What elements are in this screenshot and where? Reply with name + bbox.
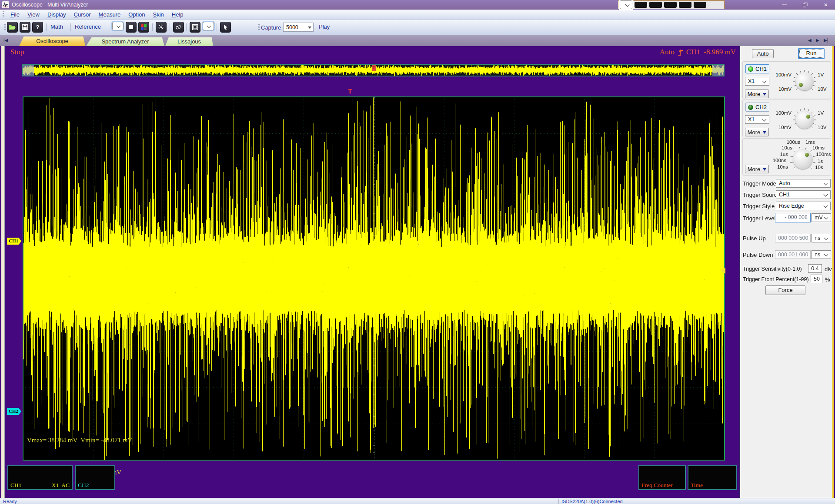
trigger-style-select[interactable]: Rise Edge	[776, 202, 831, 210]
first-tab-icon[interactable]: |◀	[3, 38, 8, 43]
reference-button[interactable]: Reference	[75, 23, 101, 30]
taskbar-thumbnail[interactable]	[620, 0, 632, 9]
tab-spectrum-analyzer[interactable]: Spectrum Analyzer	[86, 37, 164, 46]
trigger-sensitivity-input[interactable]: 0.4	[808, 264, 822, 273]
ch2-level-marker[interactable]: CH2	[7, 408, 21, 415]
preview-trigger-marker[interactable]: T	[372, 65, 376, 71]
trigger-mode-readout: Auto	[660, 48, 675, 56]
ch1-level-marker[interactable]: CH1	[7, 238, 21, 245]
pulse-down-input[interactable]: 000 001 000	[775, 250, 811, 259]
chevron-down-icon	[763, 131, 766, 136]
last-tab-icon[interactable]: ▶|	[824, 38, 828, 43]
chevron-down-icon	[763, 93, 766, 97]
help-icon[interactable]: ?	[32, 22, 43, 33]
menu-display[interactable]: Display	[43, 10, 70, 19]
force-button[interactable]: Force	[765, 285, 805, 295]
taskbar-thumbnail[interactable]	[649, 2, 662, 8]
trigger-source-select[interactable]: CH1	[776, 190, 831, 199]
ch2-volt-knob[interactable]	[796, 111, 813, 129]
menu-cursor[interactable]: Cursor	[70, 10, 95, 19]
run-state-readout: Stop	[10, 48, 24, 56]
trigger-source-label: Trigger Source	[743, 192, 780, 198]
knob-label-100mV: 100mV	[773, 72, 792, 77]
open-file-icon[interactable]	[7, 22, 18, 33]
play-button[interactable]: Play	[319, 23, 330, 30]
split-window-icon[interactable]	[203, 22, 214, 30]
math-button[interactable]: Math	[50, 23, 63, 30]
pulse-up-input[interactable]: 000 000 500	[775, 234, 811, 242]
ch1-volt-knob[interactable]	[796, 73, 813, 90]
ch2-probe-select[interactable]: X1	[745, 115, 769, 124]
time-info-box: Time 5 ms/div 512KB10 MSa/s	[688, 465, 737, 490]
menu-view[interactable]: View	[23, 10, 43, 19]
preview-left-handle[interactable]	[23, 65, 34, 76]
snowflake-icon[interactable]	[156, 22, 167, 33]
auto-button[interactable]: Auto	[752, 49, 774, 58]
ch2-name: CH2	[78, 481, 112, 489]
taskbar-thumbnail[interactable]	[679, 2, 691, 8]
trigger-front-input[interactable]: 50	[811, 275, 822, 283]
ch1-probe-select[interactable]: X1	[745, 77, 769, 86]
ch2-enable-button[interactable]: CH2	[745, 103, 769, 112]
tab-lissajous[interactable]: Lissajous	[165, 37, 213, 46]
ch2-more-label: More	[748, 129, 761, 136]
menu-skin[interactable]: Skin	[149, 10, 168, 19]
knob-label-100mV: 100mV	[773, 110, 792, 116]
toolbar-grip[interactable]	[3, 11, 4, 18]
toolbar-grip[interactable]	[258, 24, 260, 31]
minimize-icon[interactable]	[775, 0, 794, 10]
ch1-more-label: More	[748, 91, 761, 97]
menu-option[interactable]: Option	[124, 10, 149, 19]
line-style-icon[interactable]	[112, 22, 124, 30]
trigger-mode-select[interactable]: Auto	[776, 179, 831, 188]
menu-measure[interactable]: Measure	[95, 10, 125, 19]
pulse-down-unit-select[interactable]: ns	[812, 250, 831, 259]
prev-tab-icon[interactable]: ◀	[808, 38, 812, 43]
run-button[interactable]: Run	[798, 48, 825, 59]
colors-icon[interactable]	[138, 22, 149, 33]
next-tab-icon[interactable]: ▶	[816, 38, 819, 43]
trigger-position-marker[interactable]: T	[348, 88, 352, 95]
save-icon[interactable]	[20, 22, 30, 33]
device-status: ISDS220A(1.0)(6)Connected	[561, 499, 623, 504]
menu-file[interactable]: File	[7, 10, 23, 19]
trigger-level-input[interactable]: - 000 008	[775, 213, 811, 222]
waveform-preview-strip: T	[22, 64, 725, 76]
close-icon[interactable]: ×	[816, 0, 835, 10]
knob-label-10ms: 10ms	[812, 145, 825, 150]
menu-help[interactable]: Help	[168, 10, 187, 19]
toolbar-separator	[186, 23, 187, 31]
app-icon	[2, 1, 9, 8]
window-title: Oscilloscope - Multi VirAnalyzer	[12, 2, 88, 8]
left-splitter-strip[interactable]	[1, 46, 5, 498]
eraser-icon[interactable]	[173, 22, 184, 33]
knob-label-100us: 100us	[781, 139, 800, 145]
ch1-more-button[interactable]: More	[745, 90, 769, 98]
restore-icon[interactable]	[795, 0, 815, 10]
square-style-icon[interactable]	[126, 22, 137, 33]
tab-oscilloscope[interactable]: Oscilloscope	[19, 36, 85, 46]
trigger-level-unit-select[interactable]: mV	[812, 213, 831, 222]
knob-label-10mV: 10mV	[775, 86, 792, 92]
preview-right-handle[interactable]	[712, 65, 724, 76]
rise-edge-icon	[678, 49, 683, 56]
taskbar-thumbnail[interactable]	[664, 2, 677, 8]
trigger-level-arrow[interactable]	[721, 268, 725, 274]
status-bar: Ready ISDS220A(1.0)(6)Connected	[0, 498, 835, 504]
pulse-up-label: Pulse Up	[743, 235, 766, 242]
pulse-up-unit-select[interactable]: ns	[812, 234, 831, 242]
timebase-knob[interactable]	[793, 150, 812, 169]
toolbar-grip[interactable]	[4, 24, 6, 31]
pointer-icon[interactable]	[220, 22, 231, 33]
ch1-enable-button[interactable]: CH1	[745, 64, 769, 73]
single-window-icon[interactable]	[190, 22, 200, 33]
knob-indicator-dot	[805, 153, 809, 157]
taskbar-thumbnail[interactable]	[635, 2, 647, 8]
taskbar-thumbnail[interactable]	[694, 2, 706, 8]
ch1-group: CH1 X1 More 100mV 1V 10mV 10V	[742, 61, 831, 99]
chevron-down-icon	[308, 27, 311, 30]
knob-indicator-dot	[799, 83, 803, 87]
knob-label-10mV: 10mV	[775, 125, 792, 130]
ch2-more-button[interactable]: More	[745, 128, 769, 136]
capture-combobox[interactable]: 5000	[283, 23, 314, 32]
